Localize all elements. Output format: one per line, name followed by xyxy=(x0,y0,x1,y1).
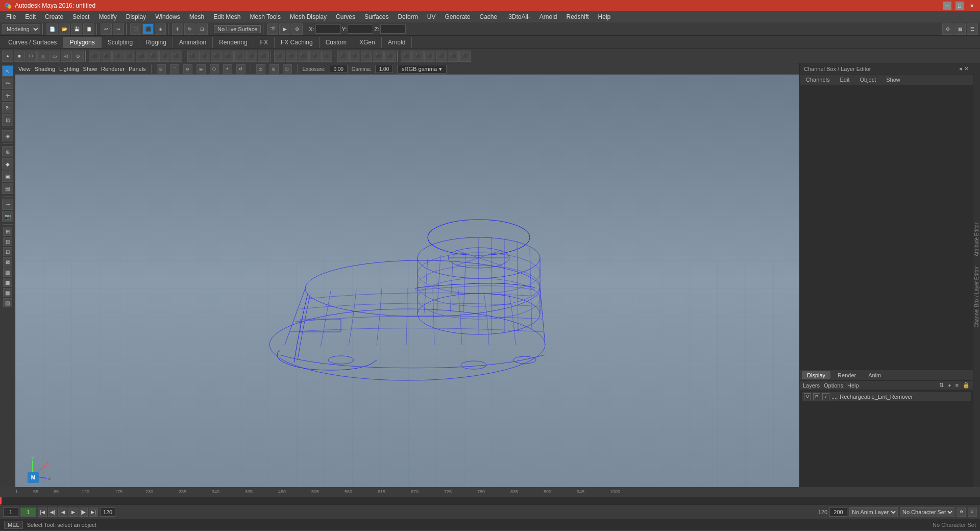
scale-tool-button[interactable]: ⊡ xyxy=(197,23,208,35)
menu-redshift[interactable]: Redshift xyxy=(562,12,593,21)
bevel-button[interactable]: ⬛ xyxy=(187,51,199,62)
bottom-options-button[interactable]: ≡ xyxy=(968,508,977,517)
offset-loop-button[interactable]: ⬛ xyxy=(361,51,372,62)
soft-select-button[interactable]: ⊕ xyxy=(2,146,13,157)
poke-button[interactable]: ⬛ xyxy=(171,51,182,62)
layer-ref-button[interactable]: / xyxy=(822,393,829,400)
menu-mesh-display[interactable]: Mesh Display xyxy=(286,12,331,21)
panel-close-icon[interactable]: ✕ xyxy=(964,65,969,72)
move-tool-button[interactable]: ✛ xyxy=(172,23,183,35)
vp-snap-view[interactable]: ◎ xyxy=(197,64,206,74)
slide-edge-button[interactable]: ⬛ xyxy=(373,51,384,62)
settings-button[interactable]: ⚙ xyxy=(942,23,953,35)
quick-layout-1[interactable]: ⊞ xyxy=(3,227,12,236)
layer-sort-icon[interactable]: ⇅ xyxy=(939,382,944,389)
current-frame-input[interactable] xyxy=(20,508,36,517)
gamma-input[interactable]: 1.00 xyxy=(375,65,393,73)
menu-create[interactable]: Create xyxy=(41,12,67,21)
play-forward-button[interactable]: ▶ xyxy=(68,508,78,517)
lattice-button[interactable]: ⬛ xyxy=(424,51,435,62)
y-coord-input[interactable] xyxy=(348,25,373,34)
more-options-button[interactable]: ☰ xyxy=(967,23,978,35)
layer-options-icon[interactable]: ≡ xyxy=(955,382,959,389)
combine-button[interactable]: ⬛ xyxy=(274,51,285,62)
menu-surfaces[interactable]: Surfaces xyxy=(360,12,393,21)
vp-snap-grid[interactable]: ⊞ xyxy=(157,64,166,74)
play-back-button[interactable]: ◀ xyxy=(58,508,67,517)
vp-snap-point[interactable]: ⊙ xyxy=(183,64,192,74)
plane-tool-button[interactable]: ▭ xyxy=(49,51,60,62)
fill-hole-button[interactable]: ⬛ xyxy=(112,51,124,62)
tab-rigging[interactable]: Rigging xyxy=(139,37,173,48)
anim-end-input[interactable] xyxy=(829,508,847,517)
cut-button[interactable]: ⬛ xyxy=(337,51,349,62)
soft-mod-button[interactable]: ⬛ xyxy=(436,51,447,62)
create-poly-button[interactable]: ▣ xyxy=(2,171,13,182)
detach-button[interactable]: ⬛ xyxy=(223,51,234,62)
panels-menu[interactable]: Panels xyxy=(129,66,146,72)
scale-tool-sidebar[interactable]: ⊡ xyxy=(2,114,13,126)
menu-mesh[interactable]: Mesh xyxy=(185,12,208,21)
save-scene-button[interactable]: 💾 xyxy=(71,23,82,35)
exposure-input[interactable]: 0.00 xyxy=(330,65,348,73)
boolean-button[interactable]: ⬛ xyxy=(298,51,309,62)
menu-display[interactable]: Display xyxy=(122,12,150,21)
lasso-tool-button[interactable]: ⬛ xyxy=(142,23,154,35)
step-forward-button[interactable]: |▶ xyxy=(79,508,88,517)
vp-snap-poly[interactable]: ⬡ xyxy=(210,64,219,74)
anim-layer-select[interactable]: No Anim Layer xyxy=(849,507,898,517)
shading-menu[interactable]: Shading xyxy=(35,66,55,72)
render-button[interactable]: 🎬 xyxy=(267,23,278,35)
layer-add-icon[interactable]: + xyxy=(948,382,951,389)
layer-row[interactable]: V P / ...: Rechargeable_Lint_Remover xyxy=(802,392,971,401)
close-button[interactable]: ✕ xyxy=(968,2,976,10)
tab-object[interactable]: Object xyxy=(855,76,880,84)
menu-help[interactable]: Help xyxy=(594,12,615,21)
timeline-track[interactable] xyxy=(0,497,980,504)
menu-3dto-all[interactable]: -3DtoAll- xyxy=(502,12,534,21)
tab-xgen[interactable]: XGen xyxy=(353,37,382,48)
go-to-start-button[interactable]: |◀ xyxy=(38,508,47,517)
crease-button[interactable]: ⬛ xyxy=(234,51,246,62)
menu-file[interactable]: File xyxy=(2,12,20,21)
wedge-button[interactable]: ⬛ xyxy=(136,51,147,62)
separate-button[interactable]: ⬛ xyxy=(286,51,297,62)
torus-tool-button[interactable]: ◎ xyxy=(61,51,72,62)
menu-modify[interactable]: Modify xyxy=(94,12,120,21)
vp-frame-sel[interactable]: ⊡ xyxy=(283,64,292,74)
quick-layout-3[interactable]: ⊡ xyxy=(3,247,12,256)
save-as-button[interactable]: 📋 xyxy=(83,23,94,35)
measure-button[interactable]: ⊸ xyxy=(2,199,13,210)
append-button[interactable]: ⬛ xyxy=(124,51,135,62)
display-options-button[interactable]: ▦ xyxy=(954,23,966,35)
maximize-button[interactable]: □ xyxy=(955,2,964,10)
spin-button[interactable]: ⬛ xyxy=(258,51,269,62)
gamma-mode-display[interactable]: sRGB gamma ▾ xyxy=(397,65,447,74)
cone-tool-button[interactable]: △ xyxy=(37,51,48,62)
disp-tab-anim[interactable]: Anim xyxy=(863,371,886,379)
menu-edit[interactable]: Edit xyxy=(21,12,40,21)
tab-fx-caching[interactable]: FX Caching xyxy=(275,37,320,48)
x-coord-input[interactable] xyxy=(315,25,341,34)
layers-menu[interactable]: Layers xyxy=(803,382,820,389)
cylinder-tool-button[interactable]: ⬭ xyxy=(26,51,37,62)
view-menu[interactable]: View xyxy=(18,66,31,72)
component-pivot-button[interactable]: ⬛ xyxy=(401,51,412,62)
tab-arnold[interactable]: Arnold xyxy=(382,37,412,48)
tab-polygons[interactable]: Polygons xyxy=(63,37,101,48)
cube-tool-button[interactable]: ■ xyxy=(14,51,25,62)
vp-frame-all[interactable]: ⊞ xyxy=(270,64,279,74)
select-mode-button[interactable]: ↖ xyxy=(2,65,13,77)
open-scene-button[interactable]: 📂 xyxy=(59,23,70,35)
extrude-button[interactable]: ⬛ xyxy=(89,51,100,62)
z-coord-input[interactable] xyxy=(380,25,406,34)
show-menu[interactable]: Show xyxy=(83,66,97,72)
pipe-tool-button[interactable]: ⊙ xyxy=(72,51,84,62)
move-tool-sidebar[interactable]: ✛ xyxy=(2,90,13,101)
viewport-canvas[interactable]: X Y Z M persp xyxy=(15,75,799,487)
tab-curves-surfaces[interactable]: Curves / Surfaces xyxy=(2,37,63,48)
help-menu[interactable]: Help xyxy=(847,382,859,389)
vp-isolate[interactable]: ◎ xyxy=(256,64,265,74)
vp-snap-curve[interactable]: ⌒ xyxy=(170,64,179,74)
menu-uv[interactable]: UV xyxy=(423,12,440,21)
